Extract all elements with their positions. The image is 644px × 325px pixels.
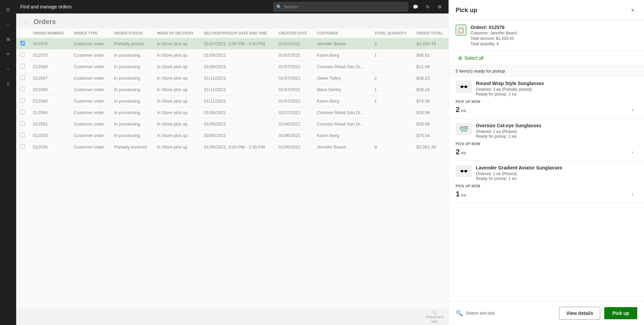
row-created-date: 01/06/2021 (275, 141, 313, 153)
grid-icon: ⊞ (458, 55, 462, 61)
row-checkbox[interactable] (20, 133, 25, 137)
row-created-date: 01/07/2021 (275, 50, 313, 61)
select-all-label: Select all (464, 55, 484, 61)
view-details-button[interactable]: View details (559, 307, 600, 320)
row-checkbox[interactable] (20, 52, 25, 57)
row-order-type: Customer order (70, 107, 110, 118)
panel-footer-left: 🔍 Search and pick (456, 309, 555, 317)
product-image: 🕶️ (456, 165, 472, 177)
row-checkbox[interactable] (20, 64, 25, 69)
row-delivery-date: 01/11/2021 (200, 84, 274, 96)
row-order-status: In processing (110, 107, 153, 118)
search-and-pick-footer-label: Search and pick (466, 311, 495, 316)
orders-table-container[interactable]: ORDER NUMBER ORDER TYPE ORDER STATUS MOD… (16, 28, 449, 309)
table-row[interactable]: 012568 Customer order In processing In S… (16, 61, 449, 73)
row-mode-of-delivery: In Store pick up (153, 73, 200, 84)
search-pick-label2: pick (432, 320, 438, 323)
table-row[interactable]: 012536 Customer order Partially invoiced… (16, 141, 449, 153)
product-image: 🥽 (456, 123, 472, 135)
orders-table: ORDER NUMBER ORDER TYPE ORDER STATUS MOD… (16, 28, 449, 153)
row-checkbox[interactable] (20, 121, 25, 126)
col-order-type: ORDER TYPE (70, 28, 110, 38)
row-order-total: $2,091.38 (412, 141, 449, 153)
expand-chevron-button[interactable]: › (628, 105, 637, 114)
row-checkbox[interactable] (20, 41, 25, 46)
sidebar-menu-icon[interactable]: ☰ (1, 3, 15, 16)
row-order-number: 012536 (29, 141, 70, 153)
row-delivery-date: 01/06/2021 (200, 107, 274, 118)
table-row[interactable]: 012561 Customer order In processing In S… (16, 118, 449, 130)
sidebar-circle-icon[interactable]: ○ (1, 62, 15, 76)
product-details: Round Wrap Style Sunglasses Ordered: 3 e… (476, 81, 637, 97)
items-ready-label: 5 item(s) ready for pickup (449, 66, 644, 77)
product-ordered: Ordered: 2 ea (Picked) (476, 129, 637, 134)
row-order-status: In processing (110, 118, 153, 130)
pickup-now-label: PICK UP NOW (456, 100, 637, 104)
row-created-date: 01/07/2021 (275, 96, 313, 107)
row-total-quantity: 2 (370, 73, 412, 84)
table-row[interactable]: 012553 Customer order In processing In S… (16, 130, 449, 141)
sidebar-home-icon[interactable]: ⌂ (1, 18, 15, 31)
col-customer: CUSTOMER (313, 28, 370, 38)
row-created-date: 01/06/2021 (275, 130, 313, 141)
select-all-row: ⊞ Select all (449, 51, 644, 66)
row-order-total: $95.61 (412, 50, 449, 61)
pickup-qty: 2 ea (456, 105, 466, 114)
product-top: 🕶️ Lavender Gradient Aviator Sunglasses … (456, 165, 637, 181)
row-checkbox[interactable] (20, 75, 25, 80)
expand-chevron-button[interactable]: › (628, 189, 637, 199)
search-box[interactable]: 🔍 Search (273, 2, 408, 11)
row-customer: Contoso Retail San Di... (313, 61, 370, 73)
row-checkbox[interactable] (20, 98, 25, 103)
expand-chevron-button[interactable]: › (628, 147, 637, 157)
panel-header: Pick up ✕ (449, 0, 644, 21)
refresh-icon[interactable]: ↻ (423, 2, 432, 11)
table-row[interactable]: 012570 Customer order In processing In S… (16, 50, 449, 61)
panel-body[interactable]: 🕶️ Round Wrap Style Sunglasses Ordered: … (449, 77, 644, 301)
sidebar-list-icon[interactable]: ≡ (1, 47, 15, 61)
row-created-date: 01/07/2021 (275, 84, 313, 96)
close-button[interactable]: ✕ (628, 5, 637, 15)
row-order-status: In processing (110, 61, 153, 73)
row-order-status: In processing (110, 84, 153, 96)
sidebar-zero-icon[interactable]: 0 (1, 77, 15, 90)
row-checkbox[interactable] (20, 144, 25, 149)
row-mode-of-delivery: In Store pick up (153, 107, 200, 118)
table-row[interactable]: 012564 Customer order In processing In S… (16, 107, 449, 118)
row-order-total: $11.99 (412, 61, 449, 73)
product-details: Oversize Cat-eye Sunglasses Ordered: 2 e… (476, 123, 637, 139)
chat-icon[interactable]: 💬 (411, 2, 420, 11)
row-delivery-date: 01/07/2021, 3:00 PM - 3:30 PM (200, 38, 274, 50)
search-and-pick-footer-icon: 🔍 (456, 309, 463, 317)
row-checkbox[interactable] (20, 110, 25, 114)
topbar-icons: 💬 ↻ ⚙ (411, 2, 444, 11)
table-row[interactable]: 012567 Customer order In processing In S… (16, 73, 449, 84)
main-container: Find and manage orders 🔍 Search 💬 ↻ ⚙ ← … (16, 0, 449, 325)
table-row[interactable]: 012576 Customer order Partially picked I… (16, 38, 449, 50)
product-image: 🕶️ (456, 81, 472, 93)
row-total-quantity (370, 61, 412, 73)
qty-number: 1 (456, 190, 460, 198)
search-and-pick-button[interactable]: 🔍 Search and pick (426, 311, 443, 323)
row-delivery-date: 01/05/2021 (200, 118, 274, 130)
table-row[interactable]: 012566 Customer order In processing In S… (16, 84, 449, 96)
row-order-status: In processing (110, 130, 153, 141)
sidebar-apps-icon[interactable]: ⊞ (1, 32, 15, 46)
pickup-button[interactable]: Pick up (604, 307, 637, 319)
product-details: Lavender Gradient Aviator Sunglasses Ord… (476, 165, 637, 181)
back-button[interactable]: ← (22, 18, 30, 26)
row-order-total: $74.54 (412, 130, 449, 141)
row-created-date: 01/07/2021 (275, 38, 313, 50)
row-order-number: 012561 (29, 118, 70, 130)
order-info-text: Order#: 012576 Customer: Jennifer Beach … (470, 25, 517, 46)
product-name: Oversize Cat-eye Sunglasses (476, 123, 637, 128)
select-all-button[interactable]: ⊞ Select all (456, 54, 486, 62)
settings-icon[interactable]: ⚙ (435, 2, 444, 11)
row-customer: Karen Berg (313, 96, 370, 107)
order-customer: Customer: Jennifer Beach (470, 31, 517, 35)
row-checkbox[interactable] (20, 87, 25, 91)
product-name: Lavender Gradient Aviator Sunglasses (476, 165, 637, 170)
table-row[interactable]: 012565 Customer order In processing In S… (16, 96, 449, 107)
row-delivery-date: 01/06/2021 (200, 61, 274, 73)
row-checkbox-cell (16, 38, 29, 50)
